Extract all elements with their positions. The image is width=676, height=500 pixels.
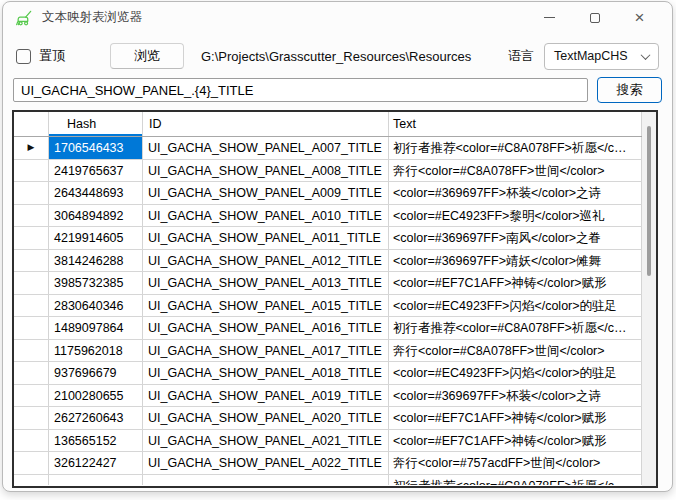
hash-cell[interactable]: 2100280655 xyxy=(49,385,143,407)
text-cell[interactable]: <color=#EC4923FF>闪焰</color>的驻足 xyxy=(389,362,642,384)
table-row[interactable]: 2830640346 UI_GACHA_SHOW_PANEL_A015_TITL… xyxy=(14,295,656,318)
window-title: 文本映射表浏览器 xyxy=(42,9,142,26)
table-row[interactable]: 1489097864 UI_GACHA_SHOW_PANEL_A016_TITL… xyxy=(14,317,656,340)
language-selected-value: TextMapCHS xyxy=(554,49,628,63)
id-cell[interactable]: UI_GACHA_SHOW_PANEL_A008_TITLE xyxy=(143,160,389,182)
text-cell[interactable]: <color=#EC4923FF>黎明</color>巡礼 xyxy=(389,205,642,227)
row-selector-cell[interactable] xyxy=(14,385,49,407)
vertical-scrollbar[interactable] xyxy=(642,112,656,486)
pin-on-top-checkbox[interactable]: 置顶 xyxy=(16,47,65,65)
language-select[interactable]: TextMapCHS xyxy=(544,43,659,70)
table-row[interactable]: 初行者推荐<color=#C8A078FF>祈愿</c… xyxy=(14,475,656,485)
hash-cell[interactable]: 136565152 xyxy=(49,430,143,452)
row-selector-cell[interactable] xyxy=(14,430,49,452)
id-cell[interactable]: UI_GACHA_SHOW_PANEL_A022_TITLE xyxy=(143,452,389,474)
row-selector-cell[interactable] xyxy=(14,160,49,182)
row-selector-cell[interactable] xyxy=(14,452,49,474)
scrollbar-thumb[interactable] xyxy=(647,126,651,276)
textmap-table: Hash ID Text ▶ 1706546433 UI_GACHA_SHOW_… xyxy=(12,110,658,488)
search-button[interactable]: 搜索 xyxy=(597,77,662,103)
text-cell[interactable]: 初行者推荐<color=#C8A078FF>祈愿</c… xyxy=(389,137,642,159)
id-cell[interactable]: UI_GACHA_SHOW_PANEL_A021_TITLE xyxy=(143,430,389,452)
search-input[interactable] xyxy=(13,78,588,102)
hash-cell[interactable]: 326122427 xyxy=(49,452,143,474)
text-cell[interactable]: <color=#369697FF>杯装</color>之诗 xyxy=(389,385,642,407)
id-cell[interactable]: UI_GACHA_SHOW_PANEL_A018_TITLE xyxy=(143,362,389,384)
table-row[interactable]: ▶ 1706546433 UI_GACHA_SHOW_PANEL_A007_TI… xyxy=(14,137,656,160)
maximize-button[interactable] xyxy=(572,2,617,33)
browse-button[interactable]: 浏览 xyxy=(110,43,184,69)
hash-cell[interactable]: 2830640346 xyxy=(49,295,143,317)
close-button[interactable]: × xyxy=(617,2,662,33)
hash-cell[interactable] xyxy=(49,475,143,485)
id-cell[interactable]: UI_GACHA_SHOW_PANEL_A013_TITLE xyxy=(143,272,389,294)
text-cell[interactable]: 初行者推荐<color=#C8A078FF>祈愿</c… xyxy=(389,475,642,485)
table-row[interactable]: 2100280655 UI_GACHA_SHOW_PANEL_A019_TITL… xyxy=(14,385,656,408)
text-cell[interactable]: <color=#EC4923FF>闪焰</color>的驻足 xyxy=(389,295,642,317)
text-cell[interactable]: 奔行<color=#757acdFF>世间</color> xyxy=(389,452,642,474)
row-selector-cell[interactable] xyxy=(14,362,49,384)
row-selector-cell[interactable] xyxy=(14,205,49,227)
id-cell[interactable]: UI_GACHA_SHOW_PANEL_A020_TITLE xyxy=(143,407,389,429)
hash-cell[interactable]: 3814246288 xyxy=(49,250,143,272)
hash-cell[interactable]: 3985732385 xyxy=(49,272,143,294)
hash-cell[interactable]: 2627260643 xyxy=(49,407,143,429)
row-selector-cell[interactable] xyxy=(14,272,49,294)
table-header: Hash ID Text xyxy=(14,112,656,137)
text-cell[interactable]: <color=#369697FF>靖妖</color>傩舞 xyxy=(389,250,642,272)
table-row[interactable]: 2419765637 UI_GACHA_SHOW_PANEL_A008_TITL… xyxy=(14,160,656,183)
table-row[interactable]: 4219914605 UI_GACHA_SHOW_PANEL_A011_TITL… xyxy=(14,227,656,250)
table-row[interactable]: 1175962018 UI_GACHA_SHOW_PANEL_A017_TITL… xyxy=(14,340,656,363)
row-selector-cell[interactable]: ▶ xyxy=(14,137,49,159)
row-selector-cell[interactable] xyxy=(14,227,49,249)
hash-cell[interactable]: 4219914605 xyxy=(49,227,143,249)
hash-cell[interactable]: 1175962018 xyxy=(49,340,143,362)
table-row[interactable]: 2643448693 UI_GACHA_SHOW_PANEL_A009_TITL… xyxy=(14,182,656,205)
minimize-button[interactable] xyxy=(527,2,572,33)
table-row[interactable]: 937696679 UI_GACHA_SHOW_PANEL_A018_TITLE… xyxy=(14,362,656,385)
id-cell[interactable] xyxy=(143,475,389,485)
id-cell[interactable]: UI_GACHA_SHOW_PANEL_A007_TITLE xyxy=(143,137,389,159)
row-selector-cell[interactable] xyxy=(14,250,49,272)
id-cell[interactable]: UI_GACHA_SHOW_PANEL_A010_TITLE xyxy=(143,205,389,227)
hash-cell[interactable]: 2643448693 xyxy=(49,182,143,204)
id-cell[interactable]: UI_GACHA_SHOW_PANEL_A011_TITLE xyxy=(143,227,389,249)
column-header-hash[interactable]: Hash xyxy=(49,112,143,136)
id-cell[interactable]: UI_GACHA_SHOW_PANEL_A015_TITLE xyxy=(143,295,389,317)
column-header-text[interactable]: Text xyxy=(389,112,642,136)
hash-cell[interactable]: 1489097864 xyxy=(49,317,143,339)
id-cell[interactable]: UI_GACHA_SHOW_PANEL_A019_TITLE xyxy=(143,385,389,407)
text-cell[interactable]: <color=#EF7C1AFF>神铸</color>赋形 xyxy=(389,272,642,294)
row-selector-cell[interactable] xyxy=(14,407,49,429)
text-cell[interactable]: 奔行<color=#C8A078FF>世间</color> xyxy=(389,340,642,362)
row-selector-header[interactable] xyxy=(14,112,49,136)
checkbox-box[interactable] xyxy=(16,49,31,64)
table-row[interactable]: 3814246288 UI_GACHA_SHOW_PANEL_A012_TITL… xyxy=(14,250,656,273)
chevron-down-icon xyxy=(641,50,651,60)
text-cell[interactable]: 初行者推荐<color=#C8A078FF>祈愿</c… xyxy=(389,317,642,339)
row-selector-cell[interactable] xyxy=(14,317,49,339)
id-cell[interactable]: UI_GACHA_SHOW_PANEL_A012_TITLE xyxy=(143,250,389,272)
row-selector-cell[interactable] xyxy=(14,295,49,317)
hash-cell[interactable]: 1706546433 xyxy=(49,137,143,159)
text-cell[interactable]: <color=#EF7C1AFF>神铸</color>赋形 xyxy=(389,407,642,429)
table-row[interactable]: 3064894892 UI_GACHA_SHOW_PANEL_A010_TITL… xyxy=(14,205,656,228)
row-selector-cell[interactable] xyxy=(14,340,49,362)
id-cell[interactable]: UI_GACHA_SHOW_PANEL_A017_TITLE xyxy=(143,340,389,362)
text-cell[interactable]: <color=#369697FF>南风</color>之眷 xyxy=(389,227,642,249)
row-selector-cell[interactable] xyxy=(14,182,49,204)
hash-cell[interactable]: 3064894892 xyxy=(49,205,143,227)
table-row[interactable]: 326122427 UI_GACHA_SHOW_PANEL_A022_TITLE… xyxy=(14,452,656,475)
column-header-id[interactable]: ID xyxy=(143,112,389,136)
hash-cell[interactable]: 937696679 xyxy=(49,362,143,384)
row-selector-cell[interactable] xyxy=(14,475,49,485)
text-cell[interactable]: <color=#369697FF>杯装</color>之诗 xyxy=(389,182,642,204)
text-cell[interactable]: <color=#EF7C1AFF>神铸</color>赋形 xyxy=(389,430,642,452)
table-row[interactable]: 3985732385 UI_GACHA_SHOW_PANEL_A013_TITL… xyxy=(14,272,656,295)
table-row[interactable]: 2627260643 UI_GACHA_SHOW_PANEL_A020_TITL… xyxy=(14,407,656,430)
hash-cell[interactable]: 2419765637 xyxy=(49,160,143,182)
text-cell[interactable]: 奔行<color=#C8A078FF>世间</color> xyxy=(389,160,642,182)
id-cell[interactable]: UI_GACHA_SHOW_PANEL_A016_TITLE xyxy=(143,317,389,339)
table-row[interactable]: 136565152 UI_GACHA_SHOW_PANEL_A021_TITLE… xyxy=(14,430,656,453)
id-cell[interactable]: UI_GACHA_SHOW_PANEL_A009_TITLE xyxy=(143,182,389,204)
